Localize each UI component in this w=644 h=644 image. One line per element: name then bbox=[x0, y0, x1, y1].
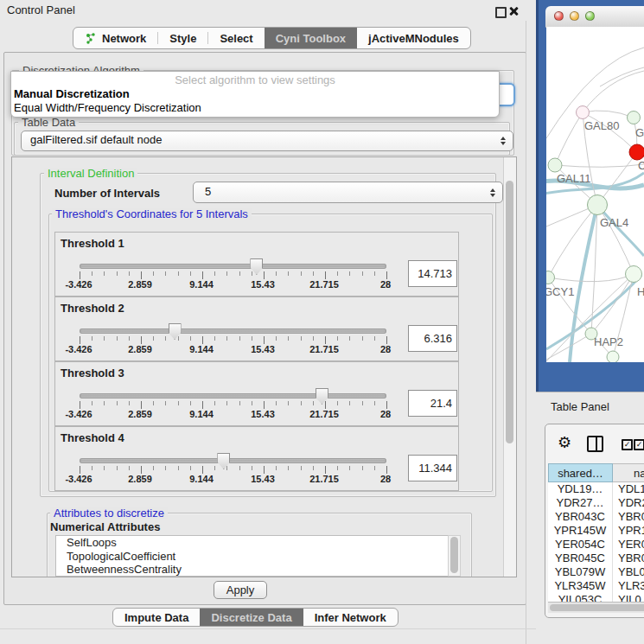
tab-cyni-toolbox[interactable]: Cyni Toolbox bbox=[265, 28, 357, 48]
threshold-slider-track[interactable] bbox=[80, 328, 386, 334]
threshold-row-2: Threshold 2-3.4262.8599.14415.4321.71528… bbox=[54, 296, 459, 361]
table-row[interactable]: YDR27…YDR2 bbox=[548, 496, 644, 510]
tab-label: Infer Network bbox=[315, 611, 386, 624]
network-node[interactable] bbox=[546, 271, 555, 284]
apply-button[interactable]: Apply bbox=[214, 581, 267, 599]
cell-name[interactable]: YER0 bbox=[613, 538, 644, 552]
cell-shared-name[interactable]: YDR27… bbox=[548, 496, 613, 510]
attribute-list-item[interactable]: TopologicalCoefficient bbox=[56, 550, 448, 564]
table-row[interactable]: YPR145WYPR1 bbox=[548, 524, 644, 538]
slider-scale-label: 15.43 bbox=[251, 279, 275, 290]
cell-shared-name[interactable]: YBR045C bbox=[548, 552, 613, 565]
network-canvas[interactable]: GAL80GACGAL11GAL4GCY1HHAP2 bbox=[546, 27, 644, 362]
network-node[interactable] bbox=[577, 106, 590, 119]
network-node[interactable] bbox=[626, 266, 642, 283]
table-row[interactable]: YBL079WYBL0 bbox=[548, 565, 644, 579]
network-edge[interactable] bbox=[555, 164, 644, 167]
cell-shared-name[interactable]: YLR345W bbox=[548, 579, 613, 593]
network-edge[interactable] bbox=[600, 67, 644, 86]
threshold-value-field[interactable]: 14.713 bbox=[408, 260, 457, 287]
network-node[interactable] bbox=[548, 158, 562, 172]
threshold-row-3: Threshold 3-3.4262.8599.14415.4321.71528… bbox=[54, 361, 459, 426]
panel-scrollbar-thumb[interactable] bbox=[506, 181, 513, 443]
network-edge[interactable] bbox=[583, 71, 644, 112]
dropdown-option-equal-width-frequency[interactable]: Equal Width/Frequency Discretization bbox=[11, 101, 499, 115]
table-row[interactable]: YBR043CYBR0 bbox=[548, 510, 644, 524]
tab-discretize-data[interactable]: Discretize Data bbox=[200, 609, 303, 626]
slider-scale-label: 15.43 bbox=[251, 474, 275, 484]
table-row[interactable]: YIL053CYIL0 bbox=[548, 593, 644, 602]
cell-name[interactable]: YLR3 bbox=[613, 579, 644, 593]
table-row[interactable]: YER054CYER0 bbox=[548, 538, 644, 552]
slider-major-ticks bbox=[80, 401, 387, 409]
network-node[interactable] bbox=[607, 351, 619, 362]
threshold-slider-track[interactable] bbox=[80, 393, 386, 399]
network-graph[interactable]: GAL80GACGAL11GAL4GCY1HHAP2 bbox=[546, 27, 644, 362]
gear-icon[interactable]: ⚙ bbox=[558, 435, 571, 450]
cell-shared-name[interactable]: YDL19… bbox=[548, 482, 613, 496]
cell-shared-name[interactable]: YIL053C bbox=[548, 593, 613, 602]
table-header-row: shared… na bbox=[548, 463, 644, 482]
cell-name[interactable]: YDR2 bbox=[613, 496, 644, 510]
network-node[interactable] bbox=[629, 144, 644, 160]
table-row[interactable]: YDL19…YDL1 bbox=[548, 482, 644, 496]
dropdown-option-manual-discretization[interactable]: Manual Discretization bbox=[11, 87, 499, 101]
cell-name[interactable]: YBR0 bbox=[613, 510, 644, 524]
minimize-traffic-light[interactable] bbox=[570, 11, 579, 21]
table-data-value: galFiltered.sif default node bbox=[30, 133, 162, 146]
cell-name[interactable]: YDL1 bbox=[613, 482, 644, 496]
tab-jactivemnodules[interactable]: jActiveMNodules bbox=[357, 28, 470, 48]
slider-scale-label: 2.859 bbox=[128, 344, 152, 354]
threshold-slider-track[interactable] bbox=[80, 264, 386, 269]
checkbox-icon[interactable]: ✓ bbox=[622, 439, 633, 450]
attributes-scrollbar-thumb[interactable] bbox=[450, 537, 458, 573]
cell-name[interactable]: YPR1 bbox=[613, 524, 644, 538]
slider-scale-label: 28 bbox=[380, 279, 391, 290]
slider-scale-label: -3.426 bbox=[65, 409, 92, 419]
threshold-slider-track[interactable] bbox=[80, 458, 386, 463]
attribute-list-item[interactable]: SelfLoops bbox=[56, 536, 448, 550]
attributes-list-scrollbar[interactable] bbox=[448, 535, 461, 577]
table-horizontal-scrollbar[interactable] bbox=[548, 602, 644, 613]
column-header-name[interactable]: na bbox=[613, 463, 644, 482]
close-icon[interactable] bbox=[508, 6, 519, 16]
tab-infer-network[interactable]: Infer Network bbox=[303, 609, 398, 626]
tab-style[interactable]: Style bbox=[158, 28, 207, 48]
numerical-attributes-label: Numerical Attributes bbox=[50, 520, 160, 533]
network-node[interactable] bbox=[588, 195, 608, 215]
cell-shared-name[interactable]: YBL079W bbox=[548, 565, 613, 579]
network-edge[interactable] bbox=[555, 112, 583, 165]
float-window-icon[interactable] bbox=[495, 7, 507, 18]
cell-name[interactable]: YBR0 bbox=[613, 552, 644, 565]
close-traffic-light[interactable] bbox=[554, 11, 564, 21]
tab-select[interactable]: Select bbox=[208, 28, 264, 48]
table-data-combobox[interactable]: galFiltered.sif default node bbox=[21, 131, 513, 151]
zoom-traffic-light[interactable] bbox=[585, 11, 595, 21]
cell-shared-name[interactable]: YPR145W bbox=[548, 524, 613, 538]
cell-name[interactable]: YBL0 bbox=[613, 565, 644, 579]
column-header-shared-name[interactable]: shared… bbox=[548, 463, 613, 482]
network-icon bbox=[85, 32, 98, 45]
split-view-icon[interactable] bbox=[587, 436, 603, 452]
node-table-window: ⚙ ✓ ✓ shared… na YDL19…YDL1YDR27…YDR2YBR… bbox=[545, 424, 644, 618]
network-node[interactable] bbox=[628, 112, 641, 124]
slider-scale-label: 21.715 bbox=[309, 409, 339, 419]
attribute-list-item[interactable]: BetweennessCentrality bbox=[56, 563, 448, 577]
tab-label: Select bbox=[220, 32, 252, 45]
threshold-value-field[interactable]: 6.316 bbox=[408, 325, 457, 352]
network-edge[interactable] bbox=[548, 274, 634, 282]
table-row[interactable]: YLR345WYLR3 bbox=[548, 579, 644, 593]
threshold-value-field[interactable]: 11.344 bbox=[408, 455, 457, 481]
threshold-value-field[interactable]: 21.4 bbox=[408, 390, 457, 417]
checkbox-icon[interactable]: ✓ bbox=[634, 439, 644, 450]
table-hscrollbar-thumb[interactable] bbox=[550, 604, 644, 611]
number-of-intervals-combobox[interactable]: 5 bbox=[193, 182, 503, 203]
table-row[interactable]: YBR045CYBR0 bbox=[548, 552, 644, 565]
tab-impute-data[interactable]: Impute Data bbox=[113, 609, 200, 626]
tab-network[interactable]: Network bbox=[73, 28, 157, 48]
cell-shared-name[interactable]: YBR043C bbox=[548, 510, 613, 524]
cell-shared-name[interactable]: YER054C bbox=[548, 538, 613, 552]
cell-name[interactable]: YIL0 bbox=[613, 593, 644, 602]
slider-scale-label: 9.144 bbox=[189, 279, 214, 290]
panel-vertical-scrollbar[interactable] bbox=[503, 157, 516, 577]
